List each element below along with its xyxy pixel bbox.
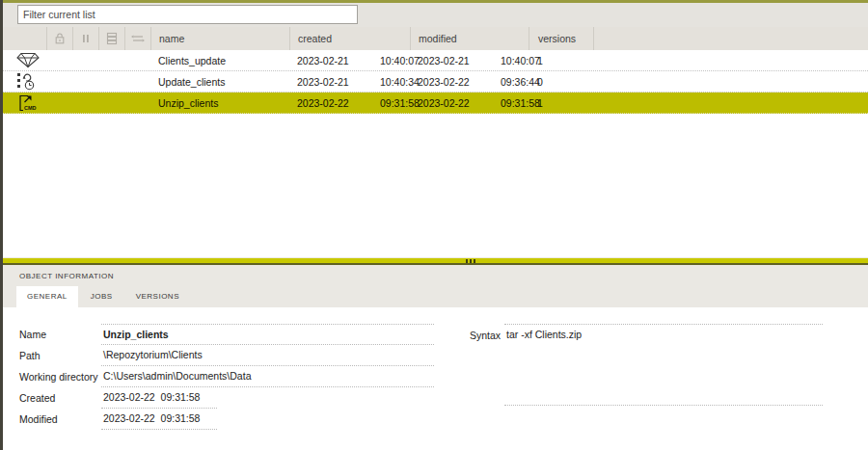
cell-created: 2023-02-21 10:40:07 [289, 55, 410, 66]
column-header-created-label: created [298, 33, 332, 44]
panel-splitter[interactable] [0, 257, 868, 265]
object-fields: Name Unzip_clients Path \Repozytorium\Cl… [16, 324, 434, 430]
field-working-directory: Working directory C:\Users\admin\Documen… [16, 366, 434, 387]
field-value: C:\Users\admin\Documents\Data [101, 366, 434, 387]
table-empty-area [0, 114, 868, 257]
tab-jobs[interactable]: JOBS [80, 286, 123, 307]
field-label: Modified [16, 413, 101, 425]
cell-modified: 2023-02-22 09:36:44 [410, 76, 529, 88]
column-header-name[interactable]: name [150, 27, 289, 50]
column-header-name-label: name [159, 33, 184, 44]
cell-name: Clients_update [150, 55, 289, 66]
splitter-grip-icon[interactable] [466, 259, 475, 263]
cell-created: 2023-02-22 09:31:58 [289, 97, 410, 109]
cell-name: Update_clients [150, 76, 289, 88]
field-value: \Repozytorium\Clients [101, 345, 434, 366]
field-label: Syntax [470, 324, 501, 406]
lock-icon [53, 32, 67, 45]
cell-versions: 1 [529, 55, 594, 66]
cell-created: 2023-02-21 10:40:34 [289, 76, 410, 88]
field-path: Path \Repozytorium\Clients [16, 345, 434, 366]
general-tab-content: Name Unzip_clients Path \Repozytorium\Cl… [0, 307, 868, 450]
cmd-file-icon: CMD [16, 93, 38, 112]
field-value: 2023-02-22 09:31:58 [101, 387, 217, 409]
tab-bar: GENERAL JOBS VERSIONS [16, 286, 190, 307]
icon-column-header [0, 27, 46, 50]
field-label: Path [16, 350, 101, 361]
table-header: name created modified versions [0, 27, 868, 50]
tab-versions[interactable]: VERSIONS [125, 286, 190, 307]
column-header-versions-label: versions [538, 33, 576, 44]
field-label: Created [16, 392, 101, 404]
panel-title: OBJECT INFORMATION [19, 272, 114, 280]
table-row[interactable]: Clients_update 2023-02-21 10:40:07 2023-… [0, 50, 868, 71]
created-date: 2023-02-21 [297, 55, 380, 66]
object-information-header: OBJECT INFORMATION GENERAL JOBS VERSIONS [0, 265, 868, 307]
sort-order-button[interactable] [124, 27, 150, 50]
field-label: Name [16, 329, 101, 340]
field-name: Name Unzip_clients [16, 324, 434, 345]
field-value: Unzip_clients [101, 324, 434, 345]
table-row-selected[interactable]: CMD Unzip_clients 2023-02-22 09:31:58 20… [0, 93, 868, 114]
sort-lines-icon [130, 33, 146, 44]
column-header-modified[interactable]: modified [410, 27, 529, 50]
syntax-value: tar -xf Clients.zip [504, 324, 823, 406]
cell-versions: 0 [529, 76, 594, 88]
versions-stack-button[interactable] [98, 27, 124, 50]
field-label: Working directory [16, 371, 101, 383]
field-syntax: Syntax tar -xf Clients.zip [470, 324, 823, 406]
table-row[interactable]: Update_clients 2023-02-21 10:40:34 2023-… [0, 71, 868, 93]
cell-modified: 2023-02-21 10:40:07 [410, 55, 529, 66]
modified-date: 2023-02-22 [418, 97, 501, 109]
stacked-rows-icon [105, 32, 119, 45]
object-type-cell [0, 72, 150, 91]
header-filler [594, 27, 868, 50]
application-window: name created modified versions Clients_u… [0, 0, 868, 450]
pause-button[interactable] [72, 27, 98, 50]
tab-general[interactable]: GENERAL [16, 286, 78, 307]
column-header-modified-label: modified [419, 33, 457, 44]
created-date: 2023-02-22 [297, 97, 380, 109]
created-date: 2023-02-21 [297, 76, 380, 88]
svg-text:CMD: CMD [24, 105, 37, 111]
window-left-edge [0, 0, 3, 450]
cell-versions: 1 [529, 97, 594, 109]
field-created: Created 2023-02-22 09:31:58 [16, 387, 434, 409]
object-type-cell: CMD [0, 93, 150, 112]
filter-input[interactable] [17, 5, 358, 24]
filter-bar [0, 3, 868, 27]
object-type-cell [0, 52, 150, 68]
pause-icon [80, 33, 92, 44]
modified-date: 2023-02-21 [418, 55, 501, 66]
column-header-created[interactable]: created [289, 27, 410, 50]
lock-button[interactable] [46, 27, 72, 50]
modified-date: 2023-02-22 [418, 76, 501, 88]
column-header-versions[interactable]: versions [529, 27, 594, 50]
workflow-clock-icon [16, 72, 36, 91]
cell-modified: 2023-02-22 09:31:58 [410, 97, 529, 109]
field-value: 2023-02-22 09:31:58 [101, 409, 217, 430]
field-modified: Modified 2023-02-22 09:31:58 [16, 409, 434, 430]
cell-name: Unzip_clients [150, 97, 289, 109]
diamond-icon [16, 52, 40, 68]
